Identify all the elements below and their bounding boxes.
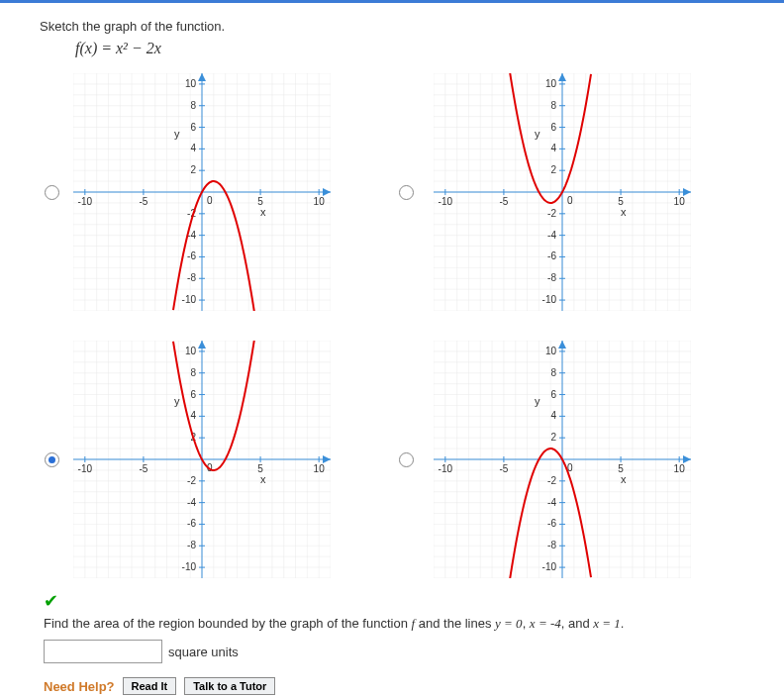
svg-text:2: 2 [190, 164, 196, 175]
svg-text:-10: -10 [542, 294, 557, 305]
svg-marker-48 [323, 188, 331, 196]
svg-text:4: 4 [190, 410, 196, 421]
svg-text:-6: -6 [187, 250, 196, 261]
svg-text:-10: -10 [182, 561, 197, 572]
help-row: Need Help? Read It Talk to a Tutor [44, 677, 766, 695]
svg-text:2: 2 [550, 432, 556, 443]
svg-text:-5: -5 [499, 196, 508, 207]
svg-text:4: 4 [550, 410, 556, 421]
plot-option-d: -10-5510246810-2-4-6-8-100xy [434, 341, 738, 578]
svg-text:x: x [260, 473, 266, 485]
svg-text:8: 8 [190, 367, 196, 378]
question-text: Sketch the graph of the function. [40, 19, 766, 34]
svg-text:x: x [621, 473, 627, 485]
radio-option-c[interactable] [45, 452, 59, 467]
svg-text:10: 10 [674, 463, 686, 474]
svg-text:4: 4 [190, 143, 196, 153]
svg-text:-8: -8 [547, 540, 556, 550]
svg-text:y: y [535, 395, 540, 407]
options-grid: -10-5510246810-2-4-6-8-100xy -10-5510246… [30, 65, 766, 586]
svg-text:2: 2 [550, 164, 556, 175]
read-it-button[interactable]: Read It [123, 677, 177, 695]
plot-option-b: -10-5510246810-2-4-6-8-100xy [434, 73, 738, 311]
svg-text:-2: -2 [547, 475, 556, 486]
q2-dot: . [621, 616, 625, 631]
svg-text:8: 8 [550, 100, 556, 111]
svg-text:y: y [174, 128, 180, 140]
area-answer-input[interactable] [44, 640, 162, 663]
svg-text:0: 0 [567, 195, 573, 206]
svg-text:-6: -6 [547, 250, 556, 261]
svg-text:-5: -5 [499, 463, 508, 474]
svg-text:-4: -4 [547, 230, 556, 241]
svg-text:4: 4 [550, 143, 556, 153]
talk-to-tutor-button[interactable]: Talk to a Tutor [184, 677, 275, 695]
svg-text:y: y [174, 395, 180, 407]
svg-text:10: 10 [185, 78, 197, 89]
svg-text:10: 10 [314, 463, 326, 474]
svg-text:-6: -6 [547, 518, 556, 529]
q2-eq2: x = -4 [530, 616, 561, 631]
svg-marker-210 [323, 455, 331, 463]
svg-text:-5: -5 [139, 196, 147, 207]
svg-text:10: 10 [545, 78, 557, 89]
svg-text:-6: -6 [187, 518, 196, 529]
svg-marker-291 [683, 455, 691, 463]
svg-text:-4: -4 [547, 497, 556, 508]
svg-text:0: 0 [207, 195, 213, 206]
svg-text:-10: -10 [439, 196, 453, 207]
svg-text:x: x [260, 206, 266, 218]
correct-check-icon: ✔ [44, 590, 766, 612]
radio-option-a[interactable] [45, 185, 59, 200]
svg-text:-8: -8 [187, 540, 196, 550]
svg-text:10: 10 [545, 346, 557, 356]
need-help-label: Need Help? [44, 679, 115, 694]
q2-pre: Find the area of the region bounded by t… [44, 616, 412, 631]
answer-row: square units [44, 640, 766, 663]
content: Sketch the graph of the function. f(x) =… [0, 3, 784, 697]
q2-eq3: x = 1 [593, 616, 621, 631]
svg-text:-8: -8 [187, 272, 196, 283]
svg-text:-8: -8 [547, 272, 556, 283]
q2-mid: and the lines [415, 616, 495, 631]
svg-marker-130 [558, 73, 566, 81]
area-question: Find the area of the region bounded by t… [44, 616, 766, 632]
plot-option-c: -10-5510246810-2-4-6-8-100xy [73, 341, 378, 578]
svg-marker-49 [198, 73, 206, 81]
radio-option-d[interactable] [399, 452, 414, 467]
svg-text:-2: -2 [547, 208, 556, 219]
svg-text:6: 6 [550, 389, 556, 400]
svg-text:-10: -10 [78, 196, 93, 207]
svg-text:-10: -10 [182, 294, 197, 305]
q2-eq1: y = 0 [495, 616, 523, 631]
svg-text:10: 10 [314, 196, 326, 207]
svg-text:-2: -2 [187, 475, 196, 486]
q2-c1: , [523, 616, 530, 631]
svg-text:10: 10 [185, 346, 197, 356]
svg-text:-10: -10 [542, 561, 557, 572]
svg-text:10: 10 [674, 196, 686, 207]
svg-text:-10: -10 [78, 463, 93, 474]
svg-text:8: 8 [190, 100, 196, 111]
units-label: square units [168, 645, 239, 659]
question-formula: f(x) = x² − 2x [75, 40, 766, 57]
plot-option-a: -10-5510246810-2-4-6-8-100xy [73, 73, 378, 311]
svg-text:-10: -10 [439, 463, 453, 474]
svg-text:6: 6 [190, 122, 196, 133]
svg-marker-129 [683, 188, 691, 196]
svg-text:-4: -4 [187, 497, 196, 508]
q2-c2: , and [561, 616, 594, 631]
svg-text:y: y [535, 128, 540, 140]
svg-text:x: x [621, 206, 627, 218]
svg-text:6: 6 [190, 389, 196, 400]
svg-text:-5: -5 [139, 463, 147, 474]
svg-marker-211 [198, 341, 206, 348]
svg-text:8: 8 [550, 367, 556, 378]
radio-option-b[interactable] [399, 185, 414, 200]
svg-marker-292 [558, 341, 566, 348]
svg-text:6: 6 [550, 122, 556, 133]
